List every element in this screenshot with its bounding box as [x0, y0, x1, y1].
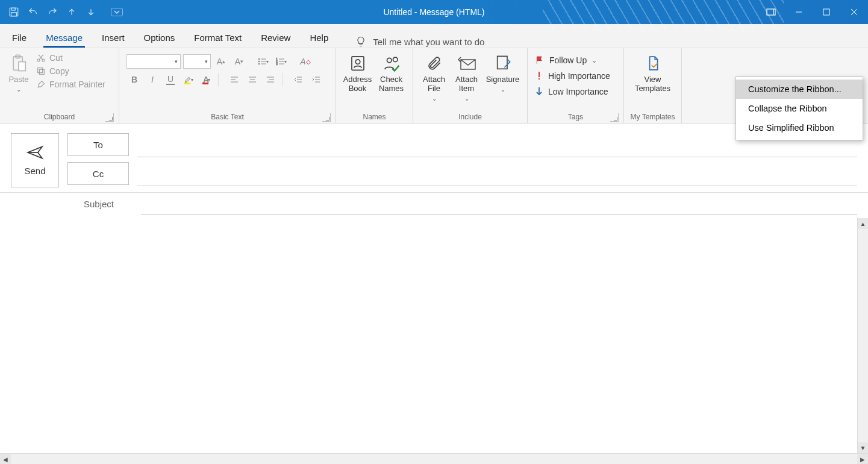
align-left-button[interactable] [226, 72, 242, 87]
svg-point-19 [355, 60, 360, 64]
send-icon [26, 145, 44, 160]
svg-rect-4 [823, 9, 829, 15]
send-button[interactable]: Send [11, 133, 59, 187]
underline-button[interactable]: U [163, 72, 178, 87]
tab-review[interactable]: Review [251, 28, 300, 48]
attach-item-icon [457, 53, 476, 74]
redo-icon[interactable] [45, 4, 60, 20]
vertical-scrollbar[interactable]: ▲ ▼ [857, 218, 868, 453]
highlight-button[interactable]: ▾ [181, 72, 196, 87]
tab-help[interactable]: Help [300, 28, 338, 48]
window-title: Untitled - Message (HTML) [0, 7, 868, 17]
svg-point-13 [258, 61, 260, 62]
low-importance-label: Low Importance [548, 87, 608, 96]
attach-item-button[interactable]: Attach Item⌄ [451, 51, 483, 105]
paste-icon [10, 53, 28, 74]
basic-text-group-label: Basic Text [211, 113, 243, 121]
message-body[interactable] [0, 217, 868, 454]
scroll-right-icon[interactable]: ▶ [857, 454, 868, 464]
svg-rect-2 [11, 13, 17, 16]
tab-format-text[interactable]: Format Text [184, 28, 251, 48]
copy-button[interactable]: Copy [36, 66, 105, 76]
lightbulb-icon [355, 36, 367, 48]
attach-file-button[interactable]: Attach File⌄ [418, 51, 451, 105]
scroll-down-icon[interactable]: ▼ [858, 442, 868, 453]
svg-rect-24 [539, 72, 540, 77]
check-names-button[interactable]: Check Names [375, 51, 408, 95]
title-bar: Untitled - Message (HTML) [0, 0, 868, 24]
align-center-button[interactable] [245, 72, 260, 87]
dialog-launcher-icon[interactable] [105, 113, 114, 122]
arrow-down-icon[interactable] [83, 4, 99, 20]
scroll-up-icon[interactable]: ▲ [858, 218, 868, 229]
menu-use-simplified-ribbon[interactable]: Use Simplified Ribbon [736, 118, 863, 137]
signature-button[interactable]: Signature⌄ [483, 51, 523, 96]
numbering-button[interactable]: 123▾ [273, 54, 289, 69]
decrease-indent-button[interactable] [290, 72, 306, 87]
signature-icon [495, 53, 511, 74]
follow-up-label: Follow Up [549, 55, 587, 65]
qat-customize-icon[interactable] [111, 8, 123, 16]
maximize-button[interactable] [813, 0, 840, 24]
copy-label: Copy [49, 66, 69, 76]
arrow-up-icon[interactable] [64, 4, 80, 20]
scroll-left-icon[interactable]: ◀ [0, 454, 11, 464]
format-painter-button[interactable]: Format Painter [36, 80, 105, 89]
tab-file[interactable]: File [2, 28, 36, 48]
tab-message[interactable]: Message [36, 28, 92, 48]
tags-group-label: Tags [568, 113, 583, 121]
chevron-down-icon: ⌄ [16, 85, 21, 94]
address-book-label: Address Book [342, 75, 373, 93]
group-tags: Follow Up⌄ High Importance Low Importanc… [528, 48, 624, 123]
cc-button[interactable]: Cc [67, 162, 129, 185]
undo-icon[interactable] [25, 4, 41, 20]
address-book-button[interactable]: Address Book [341, 51, 375, 95]
include-group-label: Include [458, 113, 482, 121]
low-importance-button[interactable]: Low Importance [531, 86, 614, 98]
ribbon-context-menu: Customize the Ribbon... Collapse the Rib… [735, 77, 863, 140]
menu-collapse-ribbon[interactable]: Collapse the Ribbon [736, 99, 863, 118]
horizontal-scrollbar[interactable]: ◀ ▶ [0, 453, 868, 464]
cut-button[interactable]: Cut [36, 53, 105, 63]
font-color-button[interactable]: A▾ [199, 72, 214, 87]
svg-rect-11 [38, 68, 43, 73]
svg-rect-10 [39, 69, 44, 74]
grow-font-button[interactable]: A▴ [213, 54, 229, 69]
bold-button[interactable]: B [126, 72, 142, 87]
high-importance-label: High Importance [548, 71, 610, 81]
ribbon-display-icon[interactable] [757, 0, 785, 24]
menu-customize-ribbon[interactable]: Customize the Ribbon... [736, 80, 863, 99]
bullets-button[interactable]: ▾ [255, 54, 271, 69]
dialog-launcher-icon[interactable] [322, 113, 331, 122]
dialog-launcher-icon[interactable] [610, 113, 619, 122]
paste-button[interactable]: Paste ⌄ [4, 51, 34, 96]
flag-icon [535, 55, 545, 65]
tell-me-label: Tell me what you want to do [373, 37, 484, 47]
copy-icon [36, 66, 46, 76]
clear-formatting-button[interactable]: A◇ [298, 54, 313, 69]
tell-me-search[interactable]: Tell me what you want to do [355, 36, 484, 48]
close-button[interactable] [840, 0, 868, 24]
tab-options[interactable]: Options [134, 28, 185, 48]
minimize-button[interactable] [785, 0, 813, 24]
signature-label: Signature [486, 75, 520, 84]
font-size-combo[interactable]: ▾ [183, 54, 211, 69]
italic-button[interactable]: I [145, 72, 160, 87]
cc-field[interactable] [137, 163, 857, 186]
svg-point-12 [258, 58, 260, 60]
view-templates-button[interactable]: View Templates [631, 51, 675, 95]
ribbon-tabs: File Message Insert Options Format Text … [0, 24, 868, 48]
align-right-button[interactable] [263, 72, 278, 87]
increase-indent-button[interactable] [308, 72, 324, 87]
font-name-combo[interactable]: ▾ [126, 54, 181, 69]
save-icon[interactable] [6, 4, 22, 20]
subject-input[interactable] [141, 193, 857, 215]
address-book-icon [349, 53, 367, 74]
shrink-font-button[interactable]: A▾ [231, 54, 247, 69]
high-importance-button[interactable]: High Importance [531, 70, 614, 82]
format-painter-label: Format Painter [49, 80, 105, 89]
to-button[interactable]: To [67, 133, 129, 156]
clipboard-group-label: Clipboard [44, 113, 75, 121]
follow-up-button[interactable]: Follow Up⌄ [531, 54, 614, 66]
tab-insert[interactable]: Insert [92, 28, 134, 48]
